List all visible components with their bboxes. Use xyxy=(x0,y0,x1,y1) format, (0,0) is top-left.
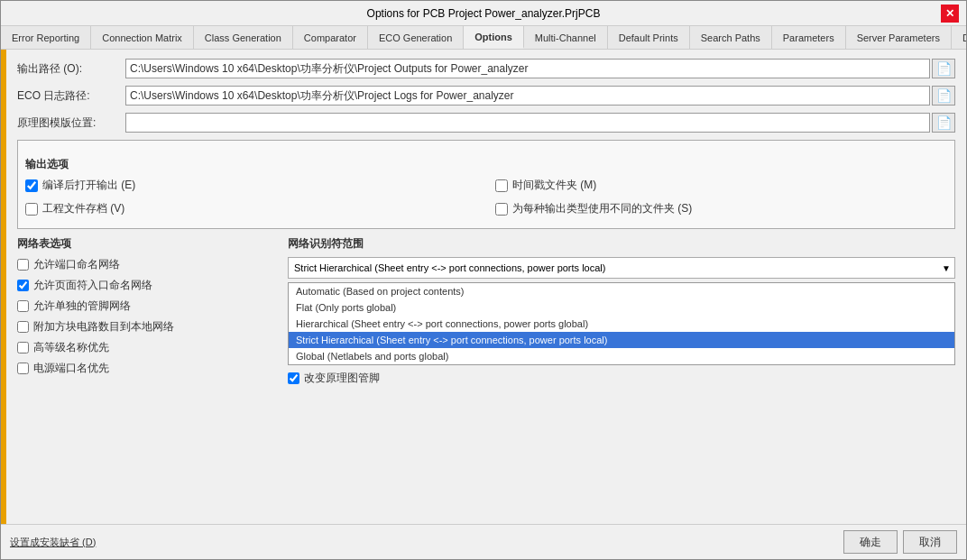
allow-single-pin-checkbox[interactable] xyxy=(17,300,29,312)
power-port-checkbox[interactable] xyxy=(17,363,29,374)
tab-error-reporting[interactable]: Error Reporting xyxy=(1,26,91,49)
window-title: Options for PCB Project Power_analyzer.P… xyxy=(26,7,941,20)
higher-level-label: 高等级名称优先 xyxy=(33,340,109,355)
allow-sheet-entry-row: 允许页面符入口命名网络 xyxy=(17,278,279,293)
compile-open-row: 编译后打开输出 (E) xyxy=(25,178,477,193)
tab-default-prints[interactable]: Default Prints xyxy=(608,26,690,49)
timestamp-row: 时间戳文件夹 (M) xyxy=(495,178,947,193)
scope-dropdown-list: Automatic (Based on project contents) Fl… xyxy=(288,282,955,365)
bottom-left-area: 设置成安装缺省 (D) xyxy=(10,536,96,549)
net-options-panel: 网络表选项 允许端口命名网络 允许页面符入口命名网络 允许单独的管脚网络 xyxy=(17,236,279,386)
output-options-title: 输出选项 xyxy=(25,157,947,172)
main-window: Options for PCB Project Power_analyzer.P… xyxy=(0,0,967,560)
tab-eco-generation[interactable]: ECO Generation xyxy=(368,26,464,49)
net-scope-panel: 网络识别符范围 Strict Hierarchical (Sheet entry… xyxy=(288,236,955,386)
modify-pin-label: 改变原理图管脚 xyxy=(304,371,380,386)
separate-types-row: 为每种输出类型使用不同的文件夹 (S) xyxy=(495,201,947,216)
archive-label: 工程文件存档 (V) xyxy=(42,201,124,216)
bottom-bar: 设置成安装缺省 (D) 确走 取消 xyxy=(1,524,966,559)
append-sheet-count-label: 附加方块电路数目到本地网络 xyxy=(33,319,174,335)
tab-class-generation[interactable]: Class Generation xyxy=(194,26,293,49)
bottom-right-area: 确走 取消 xyxy=(843,530,957,554)
scope-option-hierarchical[interactable]: Hierarchical (Sheet entry <-> port conne… xyxy=(289,316,954,332)
output-options-section: 输出选项 编译后打开输出 (E) 时间戳文件夹 (M) 工程文件存档 (V) xyxy=(17,140,955,229)
scope-dropdown-display[interactable]: Strict Hierarchical (Sheet entry <-> por… xyxy=(288,257,955,279)
scope-option-strict-hierarchical[interactable]: Strict Hierarchical (Sheet entry <-> por… xyxy=(289,332,954,348)
modify-pin-row: 改变原理图管脚 xyxy=(288,371,955,386)
scope-dropdown-value: Strict Hierarchical (Sheet entry <-> por… xyxy=(294,262,933,273)
output-path-input[interactable] xyxy=(125,59,930,78)
close-button[interactable]: ✕ xyxy=(941,5,959,23)
append-sheet-count-row: 附加方块电路数目到本地网络 xyxy=(17,319,279,335)
compile-open-checkbox[interactable] xyxy=(25,179,38,192)
eco-log-row: ECO 日志路径: 📄 xyxy=(17,86,955,106)
modify-pin-checkbox[interactable] xyxy=(288,372,299,384)
allow-port-label: 允许端口命名网络 xyxy=(33,257,120,272)
scope-option-automatic[interactable]: Automatic (Based on project contents) xyxy=(289,283,954,299)
tab-options[interactable]: Options xyxy=(464,26,524,49)
scope-option-global[interactable]: Global (Netlabels and ports global) xyxy=(289,348,954,364)
settings-defaults-link[interactable]: 设置成安装缺省 (D) xyxy=(10,536,96,549)
power-port-row: 电源端口名优先 xyxy=(17,361,279,376)
append-sheet-count-checkbox[interactable] xyxy=(17,321,29,333)
output-path-row: 输出路径 (O): 📄 xyxy=(17,59,955,78)
schematic-template-label: 原理图模版位置: xyxy=(17,115,125,131)
higher-level-checkbox[interactable] xyxy=(17,342,29,353)
archive-row: 工程文件存档 (V) xyxy=(25,201,477,216)
ok-button[interactable]: 确走 xyxy=(843,530,898,554)
output-path-label: 输出路径 (O): xyxy=(17,61,125,77)
eco-log-label: ECO 日志路径: xyxy=(17,88,125,104)
allow-sheet-entry-label: 允许页面符入口命名网络 xyxy=(33,278,152,293)
scope-dropdown-arrow-icon: ▼ xyxy=(942,263,951,273)
power-port-label: 电源端口名优先 xyxy=(33,361,109,376)
allow-single-pin-label: 允许单独的管脚网络 xyxy=(33,298,131,314)
tab-connection-matrix[interactable]: Connection Matrix xyxy=(91,26,194,49)
tab-server-parameters[interactable]: Server Parameters xyxy=(846,26,952,49)
main-panels: 网络表选项 允许端口命名网络 允许页面符入口命名网络 允许单独的管脚网络 xyxy=(17,236,955,386)
title-bar: Options for PCB Project Power_analyzer.P… xyxy=(1,1,966,26)
tabs-bar: Error Reporting Connection Matrix Class … xyxy=(1,26,966,50)
tab-comparator[interactable]: Comparator xyxy=(293,26,368,49)
allow-port-checkbox[interactable] xyxy=(17,259,29,271)
tab-search-paths[interactable]: Search Paths xyxy=(690,26,772,49)
eco-log-input[interactable] xyxy=(125,86,930,106)
separate-types-label: 为每种输出类型使用不同的文件夹 (S) xyxy=(512,201,692,216)
timestamp-checkbox[interactable] xyxy=(495,179,508,192)
scope-option-flat[interactable]: Flat (Only ports global) xyxy=(289,299,954,316)
allow-sheet-entry-checkbox[interactable] xyxy=(17,280,29,291)
archive-checkbox[interactable] xyxy=(25,203,38,216)
separate-types-checkbox[interactable] xyxy=(495,203,508,216)
net-options-title: 网络表选项 xyxy=(17,236,279,252)
schematic-template-input[interactable] xyxy=(125,113,930,133)
cancel-button[interactable]: 取消 xyxy=(903,530,957,554)
compile-open-label: 编译后打开输出 (E) xyxy=(42,178,135,193)
tab-multi-channel[interactable]: Multi-Channel xyxy=(524,26,608,49)
schematic-template-row: 原理图模版位置: 📄 xyxy=(17,113,955,133)
tab-device-sheet[interactable]: Device Sheet xyxy=(952,26,966,49)
allow-single-pin-row: 允许单独的管脚网络 xyxy=(17,298,279,314)
net-scope-title: 网络识别符范围 xyxy=(288,236,955,252)
higher-level-row: 高等级名称优先 xyxy=(17,340,279,355)
tab-parameters[interactable]: Parameters xyxy=(772,26,846,49)
timestamp-label: 时间戳文件夹 (M) xyxy=(512,178,596,193)
allow-port-row: 允许端口命名网络 xyxy=(17,257,279,272)
eco-log-browse[interactable]: 📄 xyxy=(932,86,955,106)
schematic-template-browse[interactable]: 📄 xyxy=(932,113,955,133)
output-options-grid: 编译后打开输出 (E) 时间戳文件夹 (M) 工程文件存档 (V) 为每种输出类… xyxy=(25,178,947,221)
output-path-browse[interactable]: 📄 xyxy=(932,59,955,78)
